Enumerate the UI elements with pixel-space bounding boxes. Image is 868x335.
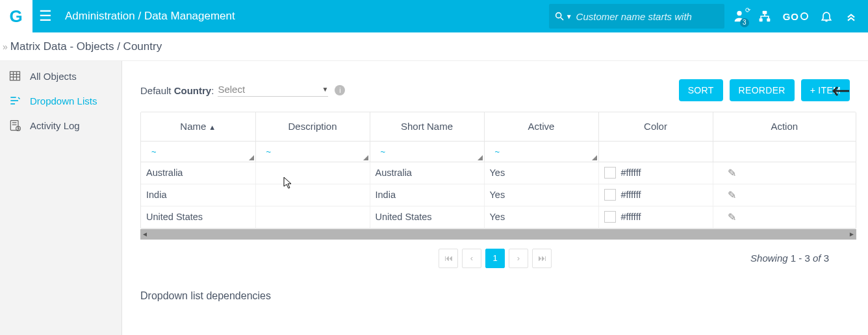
notification-badge: 3 xyxy=(740,18,749,27)
cell-short-name: Australia xyxy=(370,162,484,184)
sidebar-item-all-objects[interactable]: All Objects xyxy=(0,64,121,88)
toolbar-row: Default Country: Select▼ i SORT REORDER … xyxy=(122,61,868,109)
edit-icon[interactable]: ✎ xyxy=(719,212,736,223)
pager: ⏮ ‹ 1 › ⏭ Showing 1 - 3 of 3 xyxy=(122,249,868,268)
action-buttons: SORT REORDER + ITEM xyxy=(679,79,850,101)
column-header-color[interactable]: Color xyxy=(598,112,713,141)
data-grid: Name▲ Description Short Name Active Colo… xyxy=(140,112,856,229)
topbar: G ☰ Administration / Data Management ▼ ⟳… xyxy=(0,0,868,32)
filter-short-name[interactable]: ~ xyxy=(370,141,484,162)
page-info: Showing 1 - 3 of 3 xyxy=(750,253,829,264)
sidebar-item-activity-log[interactable]: Activity Log xyxy=(0,113,121,138)
cell-name: Australia xyxy=(141,162,255,184)
hamburger-menu-icon[interactable]: ☰ xyxy=(32,8,58,25)
edit-icon[interactable]: ✎ xyxy=(719,190,736,201)
page-number-button[interactable]: 1 xyxy=(485,249,505,268)
grid-icon xyxy=(8,69,22,83)
list-icon xyxy=(8,93,22,108)
edit-icon[interactable]: ✎ xyxy=(719,168,736,179)
default-country-label: Default Country: xyxy=(140,85,214,96)
svg-line-19 xyxy=(18,129,19,129)
table-row: United States United States Yes #ffffff … xyxy=(141,206,856,228)
svg-rect-3 xyxy=(762,11,767,14)
cell-description xyxy=(255,184,370,206)
content-area: All Objects Dropdown Lists Activity Log … xyxy=(0,61,868,335)
cell-name: India xyxy=(141,184,255,206)
last-page-button[interactable]: ⏭ xyxy=(532,249,552,268)
svg-rect-4 xyxy=(759,18,762,21)
go-button[interactable]: GO xyxy=(783,11,808,22)
color-swatch xyxy=(604,167,616,179)
cell-short-name: India xyxy=(370,184,484,206)
sidebar-item-label: Activity Log xyxy=(30,120,80,131)
cell-short-name: United States xyxy=(370,206,484,228)
cell-active: Yes xyxy=(484,206,598,228)
column-header-active[interactable]: Active xyxy=(484,112,598,141)
cell-color: #ffffff xyxy=(598,206,713,228)
sort-asc-icon: ▲ xyxy=(209,123,216,131)
activity-log-icon xyxy=(8,118,22,132)
global-search[interactable]: ▼ xyxy=(549,4,724,29)
breadcrumb: Administration / Data Management xyxy=(65,10,235,23)
color-swatch xyxy=(604,211,616,223)
expand-chevron-icon[interactable]: » xyxy=(3,42,8,52)
column-header-description[interactable]: Description xyxy=(255,112,370,141)
search-input[interactable] xyxy=(576,11,706,22)
prev-page-button[interactable]: ‹ xyxy=(462,249,481,268)
default-country-select[interactable]: Select▼ xyxy=(218,84,328,97)
filter-color[interactable] xyxy=(598,141,713,162)
column-header-name[interactable]: Name▲ xyxy=(141,112,255,141)
topbar-icons: ⟳ 3 GO xyxy=(732,9,862,23)
cell-description xyxy=(255,206,370,228)
page-subheader: » Matrix Data - Objects / Country xyxy=(0,32,868,61)
dependencies-heading: Dropdown list dependencies xyxy=(122,268,868,302)
scroll-right-icon[interactable]: ► xyxy=(849,230,855,238)
back-arrow-icon[interactable]: 🡐 xyxy=(832,81,850,102)
filter-row: ~ ~ ~ ~ xyxy=(141,141,856,162)
next-page-button[interactable]: › xyxy=(509,249,528,268)
app-logo[interactable]: G xyxy=(0,0,32,32)
cell-active: Yes xyxy=(484,184,598,206)
scroll-left-icon[interactable]: ◄ xyxy=(142,230,148,238)
sidebar-item-label: All Objects xyxy=(30,71,77,82)
column-header-short-name[interactable]: Short Name xyxy=(370,112,484,141)
cell-active: Yes xyxy=(484,162,598,184)
arrows-badge-icon: ⟳ xyxy=(745,6,750,14)
cell-description xyxy=(255,162,370,184)
collapse-up-icon[interactable] xyxy=(845,10,858,23)
org-chart-icon[interactable] xyxy=(758,10,771,23)
go-circle-icon xyxy=(800,12,808,20)
svg-point-2 xyxy=(737,11,741,16)
sidebar-item-label: Dropdown Lists xyxy=(30,95,97,106)
bell-icon[interactable] xyxy=(820,10,833,23)
horizontal-scrollbar[interactable]: ◄ ► xyxy=(140,229,856,240)
filter-active[interactable]: ~ xyxy=(484,141,598,162)
filter-action xyxy=(713,141,856,162)
svg-rect-5 xyxy=(767,18,770,21)
svg-rect-6 xyxy=(10,71,20,80)
user-notifications-icon[interactable]: ⟳ 3 xyxy=(732,9,747,23)
filter-name[interactable]: ~ xyxy=(141,141,255,162)
search-dropdown-caret-icon[interactable]: ▼ xyxy=(566,13,572,20)
main-panel: 🡐 Default Country: Select▼ i SORT REORDE… xyxy=(122,61,868,335)
svg-rect-14 xyxy=(10,121,18,130)
page-title: Matrix Data - Objects / Country xyxy=(10,40,162,53)
sidebar-item-dropdown-lists[interactable]: Dropdown Lists xyxy=(0,88,121,113)
info-icon[interactable]: i xyxy=(335,85,345,95)
sort-button[interactable]: SORT xyxy=(679,79,723,101)
svg-line-1 xyxy=(561,18,563,20)
reorder-button[interactable]: REORDER xyxy=(730,79,795,101)
cell-name: United States xyxy=(141,206,255,228)
chevron-down-icon: ▼ xyxy=(322,86,328,93)
table-row: Australia Australia Yes #ffffff ✎ xyxy=(141,162,856,184)
first-page-button[interactable]: ⏮ xyxy=(439,249,458,268)
svg-point-0 xyxy=(555,13,561,18)
cell-color: #ffffff xyxy=(598,162,713,184)
color-swatch xyxy=(604,189,616,201)
sidebar: All Objects Dropdown Lists Activity Log xyxy=(0,61,122,335)
search-icon xyxy=(554,11,565,21)
cell-color: #ffffff xyxy=(598,184,713,206)
filter-description[interactable]: ~ xyxy=(255,141,370,162)
table-row: India India Yes #ffffff ✎ xyxy=(141,184,856,206)
column-header-action[interactable]: Action xyxy=(713,112,856,141)
